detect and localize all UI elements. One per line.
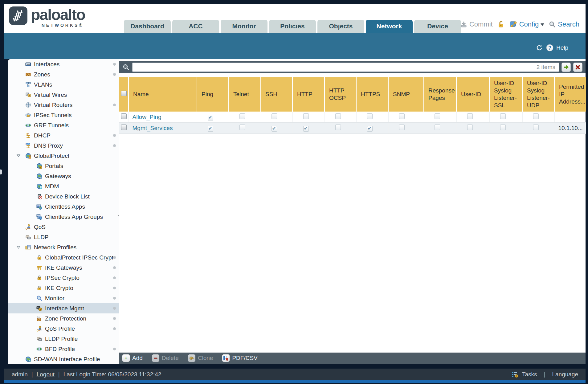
dns-proxy-icon: DNS (25, 143, 31, 149)
sidebar-item-qos-profile[interactable]: QoSQoS Profile (8, 324, 119, 334)
column-header-permitted-ip-address-[interactable]: Permitted IP Address... (554, 77, 586, 112)
commit-button[interactable]: Commit (460, 20, 493, 28)
column-header-ping[interactable]: Ping (197, 77, 229, 112)
sidebar-item-zones[interactable]: Zones (8, 69, 119, 80)
permitted-ip-cell (554, 112, 586, 123)
profile-name-link[interactable]: Allow_Ping (133, 114, 161, 120)
red-x-icon (575, 64, 581, 70)
column-header-response-pages[interactable]: Response Pages (424, 77, 456, 112)
unchecked-checkbox (500, 113, 506, 119)
sidebar-item-portals[interactable]: Portals (8, 161, 119, 171)
sidebar-item-ike-gateways[interactable]: IKE Gateways (8, 263, 119, 273)
filter-input[interactable] (132, 63, 559, 72)
sidebar-item-ipsec-tunnels[interactable]: IPSec Tunnels (8, 110, 119, 120)
column-header-user-id-syslog-listener-udp[interactable]: User-ID Syslog Listener-UDP (522, 77, 554, 112)
sidebar-item-globalprotect-ipsec-crypto[interactable]: GlobalProtect IPSec Crypto (8, 252, 119, 263)
sidebar-item-ike-crypto[interactable]: IKE Crypto (8, 283, 119, 293)
network-sidebar-tree: InterfacesZonesVLANsVirtual WiresVirtual… (8, 59, 119, 364)
pdf-csv-button[interactable]: PDF/CSV (222, 354, 257, 362)
qos-icon: QoS (36, 326, 42, 332)
select-all-checkbox[interactable] (121, 91, 127, 96)
tab-device[interactable]: Device (414, 20, 461, 33)
language-link[interactable]: Language (552, 371, 578, 378)
column-header-http[interactable]: HTTP (292, 77, 325, 112)
row-select-checkbox[interactable] (121, 125, 127, 130)
sidebar-item-gateways[interactable]: Gateways (8, 171, 119, 181)
sidebar-item-virtual-routers[interactable]: Virtual Routers (8, 100, 119, 110)
sidebar-item-lldp[interactable]: LLDP (8, 232, 119, 242)
sidebar-item-mdm[interactable]: MDM (8, 181, 119, 191)
help-icon[interactable]: ? (546, 44, 554, 52)
column-header-snmp[interactable]: SNMP (388, 77, 424, 112)
sidebar-item-interface-mgmt[interactable]: Interface Mgmt (8, 303, 119, 313)
sidebar-item-label: SD-WAN Interface Profile (34, 356, 100, 363)
tab-monitor[interactable]: Monitor (221, 20, 267, 33)
logged-in-user: admin (12, 371, 28, 378)
add-button[interactable]: +Add (122, 354, 143, 362)
sidebar-item-lldp-profile[interactable]: LLDP Profile (8, 334, 119, 344)
column-header-name[interactable]: Name (129, 77, 197, 112)
tab-network[interactable]: Network (366, 20, 413, 33)
sidebar-item-label: QoS Profile (45, 325, 75, 332)
lock-icon (36, 285, 42, 291)
sidebar-item-clientless-apps[interactable]: Clientless Apps (8, 202, 119, 212)
sidebar-item-label: QoS (34, 224, 46, 231)
sidebar-item-label: Interface Mgmt (45, 305, 84, 312)
sidebar-item-dns-proxy[interactable]: DNSDNS Proxy (8, 141, 119, 151)
sidebar-item-interfaces[interactable]: Interfaces (8, 59, 119, 69)
sidebar-item-globalprotect[interactable]: GlobalProtect (8, 151, 119, 161)
sidebar-item-network-profiles[interactable]: Network Profiles (8, 242, 119, 252)
item-dot (113, 297, 116, 300)
column-header-telnet[interactable]: Telnet (229, 77, 261, 112)
virtual-routers-icon (25, 102, 31, 108)
sidebar-item-vlans[interactable]: VLANs (8, 80, 119, 90)
sidebar-item-virtual-wires[interactable]: Virtual Wires (8, 90, 119, 100)
search-button[interactable]: Search (549, 20, 579, 28)
refresh-icon[interactable] (535, 44, 543, 52)
sidebar-item-label: IPSec Crypto (45, 275, 80, 281)
tab-acc[interactable]: ACC (172, 20, 219, 33)
sidebar-item-ipsec-crypto[interactable]: IPSec Crypto (8, 273, 119, 283)
column-header-ssh[interactable]: SSH (261, 77, 292, 112)
interfaces-icon (25, 61, 31, 67)
tab-dashboard[interactable]: Dashboard (124, 20, 171, 33)
svg-text:+: + (125, 355, 127, 361)
lock-open-icon[interactable] (497, 20, 505, 28)
clear-filter-button[interactable] (573, 63, 582, 72)
column-header-http-ocsp[interactable]: HTTP OCSP (325, 77, 356, 112)
sidebar-item-label: Network Profiles (34, 244, 76, 251)
item-dot (113, 287, 116, 289)
commit-label: Commit (469, 20, 493, 28)
sidebar-item-bfd-profile[interactable]: BFD Profile (8, 344, 119, 354)
apply-filter-button[interactable] (561, 63, 571, 72)
expander-icon[interactable] (16, 153, 25, 158)
dhcp-icon: IP (25, 133, 31, 138)
sidebar-item-device-block-list[interactable]: Device Block List (8, 191, 119, 202)
tab-objects[interactable]: Objects (317, 20, 364, 33)
column-header-user-id[interactable]: User-ID (456, 77, 489, 112)
config-dropdown[interactable]: Config (509, 20, 545, 28)
sidebar-item-dhcp[interactable]: IPDHCP (8, 130, 119, 141)
tasks-link[interactable]: Tasks (522, 371, 537, 378)
tab-policies[interactable]: Policies (269, 20, 316, 33)
last-login-time: Last Login Time: 06/05/2023 11:32:42 (63, 371, 161, 378)
globe-user-icon (25, 153, 31, 159)
unchecked-checkbox (303, 113, 309, 119)
sidebar-item-monitor[interactable]: Monitor (8, 293, 119, 303)
svg-text:?: ? (548, 45, 551, 51)
sidebar-item-qos[interactable]: QoSQoS (8, 222, 119, 232)
unchecked-checkbox (335, 113, 341, 119)
sidebar-item-clientless-app-groups[interactable]: Clientless App Groups (8, 212, 119, 222)
column-header-user-id-syslog-listener-ssl[interactable]: User-ID Syslog Listener-SSL (489, 77, 522, 112)
row-select-checkbox[interactable] (121, 113, 127, 119)
sidebar-item-zone-protection[interactable]: Zone Protection (8, 313, 119, 324)
logout-link[interactable]: Logout (37, 371, 55, 378)
column-header-https[interactable]: HTTPS (356, 77, 388, 112)
folder-doc-icon (25, 244, 31, 250)
profile-name-link[interactable]: Mgmt_Services (133, 125, 173, 131)
status-bar: admin | Logout | Last Login Time: 06/05/… (4, 369, 586, 380)
sidebar-item-label: IPSec Tunnels (34, 112, 72, 119)
sidebar-item-gre-tunnels[interactable]: GRE Tunnels (8, 120, 119, 130)
expander-icon[interactable] (16, 245, 25, 250)
sidebar-item-sd-wan-interface-profile[interactable]: SD-WAN Interface Profile (8, 354, 119, 364)
